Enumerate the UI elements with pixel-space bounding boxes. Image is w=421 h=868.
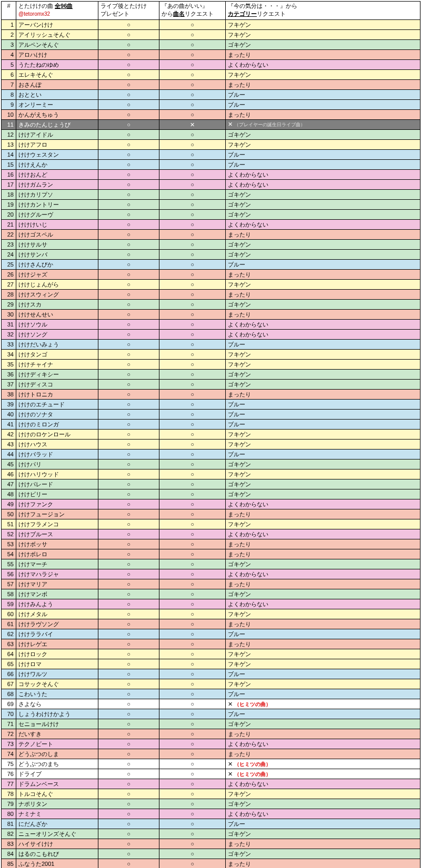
- row-c1: ○: [98, 729, 159, 739]
- row-num: 54: [2, 549, 16, 559]
- row-num: 36: [2, 370, 16, 380]
- row-c1: ○: [98, 489, 159, 499]
- row-name: どうぶつのまち: [16, 759, 98, 769]
- row-c2: ○: [159, 350, 226, 360]
- row-c1: ○: [98, 300, 159, 310]
- table-row: 73テクノビート○○よくわからない: [2, 739, 420, 749]
- table-row: 83ハイサイけけ○○まったり: [2, 839, 420, 849]
- table-row: 43けけハウス○○フキゲン: [2, 440, 420, 450]
- row-num: 70: [2, 709, 16, 719]
- row-c2: ○: [159, 290, 226, 300]
- row-name: けけファンク: [16, 499, 98, 509]
- row-num: 2: [2, 30, 16, 40]
- col-name-text: とたけけの曲: [18, 3, 55, 9]
- row-c3: ブルー: [226, 160, 420, 170]
- table-row: 48けけビリー○○ゴキゲン: [2, 489, 420, 499]
- row-c3: ブルー: [226, 340, 420, 350]
- row-c3: ゴキゲン: [226, 130, 420, 140]
- row-name: けけのミロンガ: [16, 420, 98, 430]
- row-num: 31: [2, 320, 16, 330]
- row-name: けけトロニカ: [16, 390, 98, 400]
- row-c2: ○: [159, 799, 226, 809]
- row-c1: ○: [98, 519, 159, 529]
- table-row: 24けけサンバ○○ゴキゲン: [2, 250, 420, 260]
- row-c3: ブルー: [226, 669, 420, 679]
- row-c3: フキゲン: [226, 360, 420, 370]
- row-c2: ○: [159, 629, 226, 639]
- row-c2: ○: [159, 420, 226, 430]
- table-row: 34けけタンゴ○○フキゲン: [2, 350, 420, 360]
- row-c1: ○: [98, 90, 159, 100]
- table-row: 4アロハけけ○○まったり: [2, 50, 420, 60]
- row-c3: ✕ （ヒミツの曲）: [226, 699, 420, 709]
- row-c2: ○: [159, 130, 226, 140]
- row-name: にだんざか: [16, 819, 98, 829]
- row-c1: ○: [98, 50, 159, 60]
- row-name: ドライブ: [16, 769, 98, 779]
- row-num: 9: [2, 100, 16, 110]
- row-c2: ○: [159, 819, 226, 829]
- row-c3: ゴキゲン: [226, 190, 420, 200]
- row-c2: ○: [159, 509, 226, 519]
- col-c3-bold: カテゴリー: [228, 11, 257, 17]
- author-credit: @tetoromx32: [18, 11, 50, 17]
- table-row: 82ニューオリンズそんぐ○○ゴキゲン: [2, 829, 420, 839]
- row-name: はるのこもれび: [16, 849, 98, 859]
- row-c3: よくわからない: [226, 809, 420, 819]
- row-c2: ○: [159, 110, 226, 120]
- table-row: 18けけカリプソ○○ゴキゲン: [2, 190, 420, 200]
- row-name: けけビリー: [16, 489, 98, 499]
- row-num: 8: [2, 90, 16, 100]
- row-c3: ✕ （プレイヤーの誕生日ライブ曲）: [226, 120, 420, 130]
- row-c1: ○: [98, 849, 159, 859]
- row-c2: ○: [159, 749, 226, 759]
- row-num: 57: [2, 579, 16, 589]
- row-c2: ○: [159, 160, 226, 170]
- row-c2: ○: [159, 689, 226, 699]
- row-num: 68: [2, 689, 16, 699]
- row-c1: ○: [98, 180, 159, 190]
- row-c2: ○: [159, 739, 226, 749]
- row-c1: ○: [98, 190, 159, 200]
- row-name: けけボッサ: [16, 539, 98, 549]
- row-c2: ○: [159, 589, 226, 599]
- row-num: 67: [2, 679, 16, 689]
- row-name: けけおんど: [16, 170, 98, 180]
- table-row: 55けけマーチ○○ゴキゲン: [2, 559, 420, 569]
- row-num: 40: [2, 410, 16, 420]
- row-name: コサックそんぐ: [16, 679, 98, 689]
- row-c1: ○: [98, 649, 159, 659]
- row-c1: ○: [98, 559, 159, 569]
- row-c1: ○: [98, 40, 159, 50]
- col-c1-l1: ライブ後とたけけ: [101, 3, 147, 9]
- row-c3: フキゲン: [226, 280, 420, 290]
- row-c3: ブルー: [226, 410, 420, 420]
- row-name: ハイサイけけ: [16, 839, 98, 849]
- row-c3: ゴキゲン: [226, 589, 420, 599]
- row-num: 75: [2, 759, 16, 769]
- table-row: 32けけソング○○よくわからない: [2, 330, 420, 340]
- row-num: 24: [2, 250, 16, 260]
- row-name: けけじょんがら: [16, 280, 98, 290]
- row-name: けけマハラジャ: [16, 569, 98, 579]
- table-row: 65けけロマ○○フキゲン: [2, 659, 420, 669]
- table-row: 76ドライブ○○✕ （ヒミツの曲）: [2, 769, 420, 779]
- table-row: 2アイリッシュそんぐ○○フキゲン: [2, 30, 420, 40]
- col-c2-pre: から: [162, 11, 173, 17]
- row-c1: ○: [98, 459, 159, 469]
- row-c1: ○: [98, 479, 159, 489]
- row-num: 25: [2, 260, 16, 270]
- row-c3: フキゲン: [226, 430, 420, 440]
- row-c1: ○: [98, 799, 159, 809]
- row-num: 19: [2, 200, 16, 210]
- row-c1: ○: [98, 609, 159, 619]
- row-c3: ゴキゲン: [226, 250, 420, 260]
- table-row: 20けけグルーヴ○○ゴキゲン: [2, 210, 420, 220]
- row-c1: ○: [98, 659, 159, 669]
- row-num: 35: [2, 360, 16, 370]
- row-name: けけロック: [16, 649, 98, 659]
- row-num: 15: [2, 160, 16, 170]
- row-c1: ○: [98, 599, 159, 609]
- row-c3: フキゲン: [226, 70, 420, 80]
- row-c1: ○: [98, 499, 159, 509]
